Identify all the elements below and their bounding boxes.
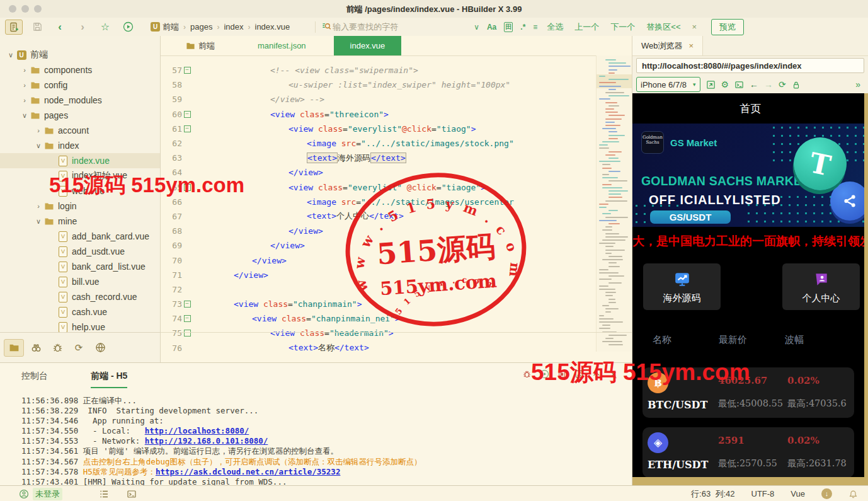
back-icon[interactable]: ‹ (52, 20, 68, 34)
market-row-eth[interactable]: ◈ETH/USDT25910.02%最低:2570.55最高:2631.78 (642, 427, 854, 478)
update-download-icon[interactable]: ↓ (821, 488, 832, 499)
chevron-right-icon[interactable]: › (20, 96, 29, 104)
line-number[interactable]: 60 (161, 110, 182, 119)
chevron-right-icon[interactable]: › (20, 81, 29, 89)
line-number[interactable]: 62 (161, 139, 182, 148)
filetype-indicator[interactable]: Vue (791, 489, 805, 498)
line-number[interactable]: 73 (161, 299, 182, 309)
line-number[interactable]: 58 (161, 80, 182, 89)
open-external-icon[interactable] (706, 79, 716, 90)
tree-item-mine[interactable]: ∨mine (0, 214, 160, 229)
line-number[interactable]: 70 (161, 256, 182, 265)
cursor-position[interactable]: 行:63 列:42 (691, 488, 734, 500)
announcement-marquee[interactable]: 大，是中国电力工业的一面旗帜，持续引领发电行 (632, 227, 864, 255)
preview-button[interactable]: 预览 (711, 19, 744, 35)
search-close-icon[interactable]: × (692, 22, 697, 32)
lock-icon[interactable] (792, 79, 801, 89)
chevron-right-icon[interactable]: › (20, 66, 29, 74)
console-tab-h5[interactable]: 前端 - H5 (91, 371, 127, 388)
tree-item-cash_record-vue[interactable]: Vcash_record.vue (0, 289, 160, 304)
tree-item-index-vue[interactable]: Vindex.vue (0, 153, 160, 168)
line-number[interactable]: 67 (161, 212, 182, 221)
encoding-indicator[interactable]: UTF-8 (751, 489, 775, 498)
forward-icon[interactable]: › (74, 20, 91, 34)
new-file-icon[interactable] (5, 20, 23, 35)
breadcrumb-item[interactable]: 前端 (163, 21, 179, 33)
chevron-down-icon[interactable]: ∨ (20, 112, 29, 120)
tree-item-bill-vue[interactable]: Vbill.vue (0, 274, 160, 289)
browser-tab[interactable]: Web浏览器 × (632, 36, 703, 55)
log-link[interactable]: https://ask.dcloud.net.cn/article/35232 (156, 467, 341, 476)
line-number[interactable]: 61 (161, 124, 182, 134)
breadcrumb-item[interactable]: pages (190, 22, 212, 32)
login-status[interactable]: 未登录 (33, 488, 62, 500)
shortcut-user-center[interactable]: 个人中心 (782, 263, 860, 310)
debug-bug-icon[interactable] (522, 369, 532, 379)
files-panel-icon[interactable] (4, 339, 24, 357)
tree-item-bank_card_list-vue[interactable]: Vbank_card_list.vue (0, 259, 160, 274)
search-action-link[interactable]: 全选 (547, 21, 563, 33)
code-line[interactable]: 63<text>海外源码</text> (161, 151, 597, 165)
line-number[interactable]: 72 (161, 285, 182, 294)
chevron-right-icon[interactable]: › (34, 127, 43, 134)
notification-bell-icon[interactable] (848, 488, 858, 498)
account-icon[interactable] (19, 489, 29, 499)
code-line[interactable]: 61–<view class="everylist"@click="tiaog"… (161, 122, 597, 136)
code-line[interactable]: 60–<view class="threeicon"> (161, 107, 597, 122)
preview-vertical-scrollbar[interactable] (864, 93, 868, 477)
match-case-icon[interactable]: Aa (487, 23, 496, 32)
line-number[interactable]: 63 (161, 153, 182, 163)
multiline-icon[interactable]: ≡ (533, 23, 537, 32)
terminal-icon[interactable] (127, 489, 137, 499)
breadcrumb-item[interactable]: index (224, 22, 243, 32)
browser-refresh-icon[interactable]: ⟳ (779, 79, 786, 89)
line-number[interactable]: 57 (161, 66, 182, 75)
line-number[interactable]: 74 (161, 314, 182, 323)
tree-item-login[interactable]: ›login (0, 199, 160, 214)
tree-item-cash-vue[interactable]: Vcash.vue (0, 304, 160, 320)
debug-panel-icon[interactable] (48, 340, 67, 356)
fold-marker[interactable]: – (182, 111, 192, 118)
tree-item-add_bank_card-vue[interactable]: Vadd_bank_card.vue (0, 229, 160, 244)
code-line[interactable]: 57–<!-- <view class="swipermain"> (161, 63, 597, 78)
favorite-star-icon[interactable]: ☆ (97, 20, 113, 34)
tree-item-node_modules[interactable]: ›node_modules (0, 93, 160, 108)
promo-banner[interactable]: Goldman Sachs GS Market GOLDMAN SACHS MA… (632, 124, 864, 227)
tree-item-index[interactable]: ∨index (0, 138, 160, 153)
tree-item-config[interactable]: ›config (0, 78, 160, 93)
line-number[interactable]: 68 (161, 226, 182, 236)
browser-panel-icon[interactable] (91, 340, 110, 356)
code-line[interactable]: 59</view> --> (161, 92, 597, 107)
shortcut-overseas-source[interactable]: 海外源码 (643, 263, 721, 310)
fold-marker[interactable]: – (182, 301, 192, 308)
code-line[interactable]: 58<u-swiper :list="index_swiper" height=… (161, 78, 597, 92)
line-number[interactable]: 59 (161, 95, 182, 104)
tab-manifest-json[interactable]: manifest.json (241, 36, 323, 55)
search-box[interactable] (322, 21, 470, 32)
search-action-link[interactable]: 上一个 (574, 21, 599, 33)
browser-tab-close-icon[interactable]: × (689, 41, 694, 50)
preview-horizontal-scrollbar[interactable] (632, 477, 868, 485)
fold-marker[interactable]: – (182, 315, 192, 322)
whole-word-icon[interactable]: 田 (504, 22, 513, 32)
log-link[interactable]: http://192.168.0.101:8080/ (145, 436, 268, 446)
device-select[interactable]: iPhone 6/7/8▾ (636, 77, 700, 92)
settings-gear-icon[interactable]: ⚙ (721, 79, 729, 89)
url-input[interactable]: http://localhost:8080/#/pages/index/inde… (636, 58, 864, 73)
outline-list-icon[interactable] (99, 489, 109, 499)
search-panel-icon[interactable] (26, 340, 45, 356)
devtools-terminal-icon[interactable] (734, 79, 744, 90)
code-line[interactable]: 62<image src="../../static/images/stock.… (161, 136, 597, 151)
run-icon[interactable] (120, 20, 136, 34)
chevron-down-icon[interactable]: ∨ (34, 142, 43, 150)
search-input[interactable] (331, 21, 460, 32)
fold-marker[interactable]: – (182, 67, 192, 74)
regex-icon[interactable]: .* (520, 23, 525, 32)
save-icon[interactable] (29, 20, 45, 34)
more-tools-icon[interactable]: » (855, 79, 860, 89)
tree-item-add_usdt-vue[interactable]: Vadd_usdt.vue (0, 244, 160, 259)
gs-usdt-button[interactable]: GS/USDT (650, 210, 731, 224)
fold-marker[interactable]: – (182, 125, 192, 132)
tree-item-pages[interactable]: ∨pages (0, 108, 160, 123)
tree-item-account[interactable]: ›account (0, 123, 160, 138)
